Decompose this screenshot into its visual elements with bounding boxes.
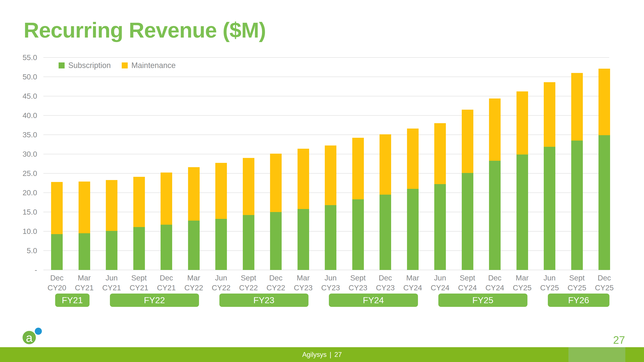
bar-group — [325, 57, 336, 270]
y-tick-label: 45.0 — [0, 92, 37, 100]
bar-segment-maintenance — [434, 123, 446, 184]
bar-segment-maintenance — [489, 98, 500, 161]
bar-group — [106, 57, 118, 270]
slide: Recurring Revenue ($M) Subscription Main… — [0, 0, 644, 362]
bar-segment-subscription — [51, 234, 63, 270]
y-axis-labels: 55.050.045.040.035.030.025.020.015.010.0… — [0, 0, 37, 362]
bar-segment-subscription — [215, 219, 227, 270]
x-tick-label: MarCY23 — [288, 273, 318, 293]
bar-group — [380, 57, 391, 270]
page-number: 27 — [613, 334, 625, 346]
logo-letter: a — [26, 331, 32, 345]
bar-group — [215, 57, 227, 270]
bar-group — [243, 57, 254, 270]
x-tick-label: DecCY22 — [261, 273, 291, 293]
x-tick-label: SeptCY21 — [124, 273, 154, 293]
y-tick-label: 30.0 — [0, 150, 37, 158]
bar-group — [270, 57, 282, 270]
bar-segment-subscription — [133, 227, 145, 270]
y-tick-label: 35.0 — [0, 130, 37, 139]
bar-segment-subscription — [598, 135, 610, 270]
x-tick-label: JunCY25 — [534, 273, 564, 293]
x-tick-label: SeptCY25 — [562, 273, 592, 293]
bar-segment-maintenance — [352, 138, 364, 199]
bar-segment-maintenance — [133, 177, 145, 227]
bar-group — [352, 57, 364, 270]
bar-segment-maintenance — [243, 158, 254, 215]
y-tick-label: 40.0 — [0, 111, 37, 120]
bar-group — [434, 57, 446, 270]
bar-segment-maintenance — [160, 173, 172, 225]
bar-segment-subscription — [78, 233, 90, 270]
bar-segment-subscription — [489, 161, 500, 270]
bar-segment-subscription — [270, 212, 282, 270]
bar-segment-maintenance — [78, 182, 90, 233]
y-tick-label: 10.0 — [0, 227, 37, 236]
x-tick-label: MarCY24 — [398, 273, 428, 293]
logo-blue-dot-icon — [35, 328, 42, 335]
bar-segment-maintenance — [298, 149, 309, 209]
fiscal-year-badge: FY24 — [329, 294, 418, 307]
bar-segment-maintenance — [544, 82, 555, 147]
x-axis-labels: DecCY20MarCY21JunCY21SeptCY21DecCY21MarC… — [0, 273, 644, 294]
y-tick-label: 25.0 — [0, 169, 37, 178]
bar-segment-subscription — [462, 173, 473, 270]
bar-group — [489, 57, 500, 270]
bar-segment-maintenance — [380, 134, 391, 195]
x-tick-label: DecCY25 — [589, 273, 619, 293]
bar-group — [188, 57, 200, 270]
fiscal-year-badge: FY22 — [110, 294, 199, 307]
bar-group — [544, 57, 555, 270]
page-title: Recurring Revenue ($M) — [24, 18, 266, 42]
bar-segment-maintenance — [106, 180, 118, 231]
bar-segment-subscription — [352, 199, 364, 270]
bar-group — [78, 57, 90, 270]
bar-segment-maintenance — [598, 69, 610, 135]
bar-segment-maintenance — [188, 167, 200, 220]
bar-segment-subscription — [188, 221, 200, 270]
footer-bar: Agilysys | 27 — [0, 347, 644, 362]
x-tick-label: DecCY23 — [370, 273, 400, 293]
x-tick-label: JunCY22 — [206, 273, 236, 293]
bar-group — [407, 57, 418, 270]
x-tick-label: DecCY21 — [151, 273, 182, 293]
fiscal-year-badge: FY26 — [548, 294, 610, 307]
bar-group — [51, 57, 63, 270]
bar-segment-subscription — [380, 195, 391, 270]
footer-page-number: 27 — [334, 351, 342, 359]
bar-segment-subscription — [298, 209, 309, 270]
footer-separator: | — [330, 351, 332, 359]
bar-segment-subscription — [243, 215, 254, 270]
bar-segment-subscription — [434, 184, 446, 270]
bar-segment-subscription — [325, 205, 336, 270]
bar-segment-maintenance — [462, 110, 473, 173]
x-tick-label: JunCY23 — [316, 273, 346, 293]
chart-plot-area — [43, 57, 609, 270]
x-tick-label: JunCY24 — [425, 273, 455, 293]
bar-segment-subscription — [544, 147, 555, 270]
bar-segment-maintenance — [407, 128, 418, 189]
bar-segment-subscription — [106, 231, 118, 270]
footer-brand: Agilysys — [302, 351, 327, 359]
bar-segment-maintenance — [516, 91, 528, 154]
bar-segment-maintenance — [215, 163, 227, 219]
bar-group — [516, 57, 528, 270]
footer-text: Agilysys | 27 — [0, 347, 644, 362]
bar-group — [598, 57, 610, 270]
y-tick-label: 20.0 — [0, 188, 37, 197]
x-tick-label: MarCY21 — [69, 273, 100, 293]
bar-segment-maintenance — [571, 73, 583, 141]
bar-group — [298, 57, 309, 270]
x-tick-label: MarCY25 — [507, 273, 537, 293]
fiscal-year-badge: FY23 — [220, 294, 308, 307]
x-tick-label: JunCY21 — [96, 273, 127, 293]
bar-segment-maintenance — [325, 145, 336, 205]
x-tick-label: SeptCY22 — [234, 273, 264, 293]
x-tick-label: MarCY22 — [179, 273, 209, 293]
x-tick-label: DecCY20 — [42, 273, 72, 293]
bar-segment-subscription — [516, 154, 528, 270]
bar-group — [133, 57, 145, 270]
bars-layer — [43, 57, 609, 270]
bar-group — [571, 57, 583, 270]
bar-segment-maintenance — [51, 182, 63, 234]
